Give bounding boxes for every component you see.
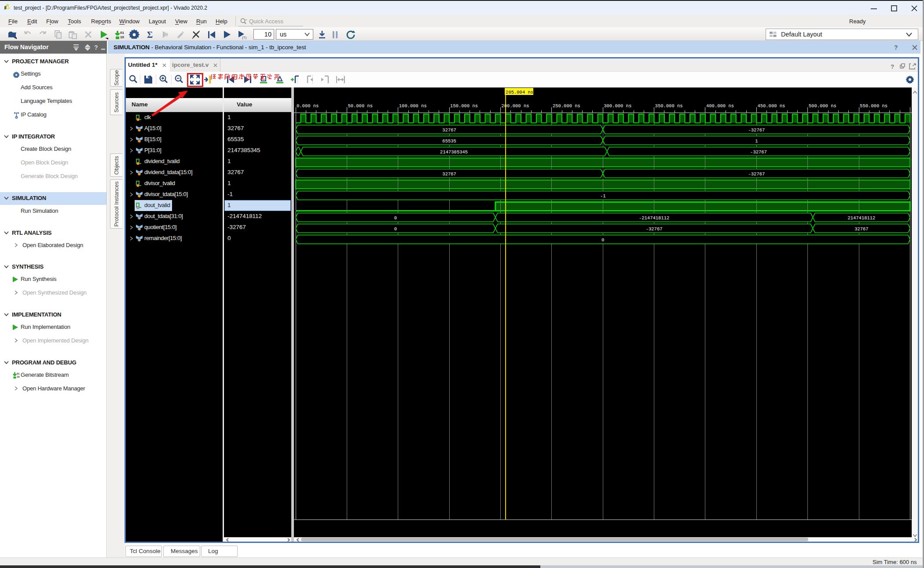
svg-text:2147385345: 2147385345 — [440, 149, 468, 155]
svg-text:0: 0 — [601, 237, 604, 243]
svg-text:100.000 ns: 100.000 ns — [399, 103, 427, 109]
svg-text:150.000 ns: 150.000 ns — [450, 103, 478, 109]
svg-text:01: 01 — [17, 372, 20, 375]
svg-text:01: 01 — [120, 31, 124, 35]
svg-text:(T): (T) — [242, 36, 247, 40]
svg-text:-32767: -32767 — [646, 226, 663, 232]
svg-text:350.000 ns: 350.000 ns — [655, 103, 683, 109]
svg-text:-2147418112: -2147418112 — [639, 215, 669, 221]
svg-text:550.000 ns: 550.000 ns — [860, 103, 887, 109]
svg-text:50.000 ns: 50.000 ns — [348, 103, 373, 109]
svg-text:32767: 32767 — [442, 127, 456, 133]
svg-text:Σ: Σ — [147, 30, 153, 40]
svg-text:1: 1 — [755, 138, 758, 144]
svg-text:-32767: -32767 — [748, 127, 765, 133]
svg-text:2147418112: 2147418112 — [847, 215, 875, 221]
svg-text:250.000 ns: 250.000 ns — [553, 103, 580, 109]
svg-text:?: ? — [894, 44, 898, 51]
svg-text:32767: 32767 — [854, 226, 869, 232]
svg-text:205.004 ns: 205.004 ns — [506, 90, 533, 95]
svg-text:65535: 65535 — [442, 138, 456, 144]
svg-text:-1: -1 — [600, 193, 606, 199]
svg-text:-32767: -32767 — [750, 149, 767, 155]
svg-text:400.000 ns: 400.000 ns — [706, 103, 734, 109]
svg-text:0: 0 — [394, 226, 397, 232]
svg-text:300.000 ns: 300.000 ns — [604, 103, 631, 109]
svg-text:500.000 ns: 500.000 ns — [809, 103, 836, 109]
svg-text:450.000 ns: 450.000 ns — [757, 103, 785, 109]
svg-text:-32767: -32767 — [748, 171, 765, 177]
svg-text:?: ? — [94, 44, 98, 51]
svg-text:?: ? — [891, 63, 894, 69]
svg-text:10: 10 — [120, 35, 124, 39]
svg-text:0: 0 — [394, 215, 397, 221]
svg-text:0.000 ns: 0.000 ns — [297, 103, 319, 109]
svg-text:32767: 32767 — [442, 171, 456, 177]
svg-text:10: 10 — [17, 375, 20, 378]
